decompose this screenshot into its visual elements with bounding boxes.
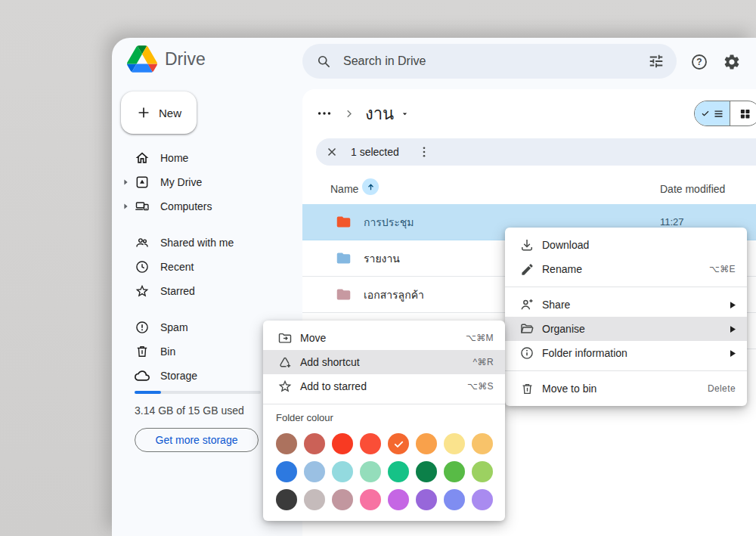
- storage-progress-bar: [135, 391, 261, 394]
- column-header-date-modified[interactable]: Date modified: [660, 183, 725, 195]
- colour-swatch[interactable]: [416, 461, 437, 482]
- breadcrumb-chevron-icon: [342, 107, 355, 120]
- svg-text:?: ?: [696, 57, 702, 67]
- file-name: การประชุม: [364, 214, 414, 231]
- spam-icon: [135, 320, 150, 335]
- sort-ascending-icon[interactable]: [362, 178, 379, 195]
- file-name: รายงาน: [364, 250, 400, 267]
- share-person-add-icon: [519, 296, 535, 313]
- menu-item-rename[interactable]: Rename ⌥⌘E: [505, 257, 747, 281]
- breadcrumb-more-icon[interactable]: [316, 105, 333, 122]
- colour-swatch[interactable]: [332, 433, 353, 454]
- sidebar-item-label: Shared with me: [160, 237, 234, 249]
- submenu-arrow-icon: [730, 326, 736, 333]
- colour-swatch[interactable]: [332, 461, 353, 482]
- colour-swatch[interactable]: [444, 461, 465, 482]
- sidebar-item-label: My Drive: [160, 176, 202, 188]
- colour-swatch[interactable]: [444, 433, 465, 454]
- computers-icon: [135, 199, 150, 214]
- folder-icon: [336, 287, 352, 302]
- menu-item-move[interactable]: Move ⌥⌘M: [263, 326, 505, 350]
- list-view-icon: [713, 108, 724, 119]
- grid-view-icon: [739, 108, 751, 119]
- colour-swatch[interactable]: [472, 461, 493, 482]
- colour-swatch[interactable]: [360, 461, 381, 482]
- download-icon: [519, 237, 535, 253]
- view-toggle: [694, 101, 756, 126]
- grid-view-button[interactable]: [730, 101, 756, 125]
- colour-swatch[interactable]: [276, 489, 297, 510]
- menu-item-label: Organise: [542, 323, 723, 335]
- colour-swatch[interactable]: [444, 489, 465, 510]
- sidebar-item-recent[interactable]: Recent: [112, 255, 302, 279]
- get-more-storage-button[interactable]: Get more storage: [135, 428, 259, 452]
- selection-toolbar: 1 selected: [316, 138, 756, 166]
- colour-swatch[interactable]: [416, 489, 437, 510]
- menu-divider: [505, 370, 747, 371]
- folder-icon: [336, 250, 352, 266]
- breadcrumb: งาน: [316, 97, 410, 130]
- rename-pencil-icon: [519, 261, 535, 277]
- colour-swatch[interactable]: [416, 433, 437, 454]
- menu-item-add-to-starred[interactable]: Add to starred ⌥⌘S: [263, 374, 505, 398]
- new-button[interactable]: New: [121, 91, 197, 134]
- colour-swatch[interactable]: [472, 489, 493, 510]
- menu-item-organise[interactable]: Organise: [505, 317, 747, 341]
- sidebar-item-label: Starred: [160, 285, 195, 297]
- column-header-name[interactable]: Name: [330, 183, 358, 195]
- drive-logo-area[interactable]: Drive: [127, 45, 206, 73]
- help-icon[interactable]: ?: [689, 52, 709, 72]
- search-input[interactable]: Search in Drive: [302, 44, 677, 79]
- menu-item-folder-information[interactable]: Folder information: [505, 341, 747, 365]
- settings-gear-icon[interactable]: [722, 52, 742, 72]
- sidebar-item-label: Recent: [160, 261, 194, 273]
- folder-dropdown-caret-icon: [400, 109, 410, 119]
- colour-swatch-selected[interactable]: [388, 433, 409, 454]
- sidebar-item-my-drive[interactable]: My Drive: [112, 170, 302, 194]
- colour-swatch[interactable]: [332, 489, 353, 510]
- colour-swatch[interactable]: [304, 433, 325, 454]
- colour-swatch[interactable]: [388, 461, 409, 482]
- sidebar-item-home[interactable]: Home: [112, 146, 302, 170]
- shortcut-hint: ⌥⌘S: [467, 381, 494, 392]
- colour-swatch[interactable]: [276, 433, 297, 454]
- search-icon[interactable]: [316, 54, 331, 69]
- shortcut-hint: Delete: [708, 383, 736, 394]
- sidebar-item-starred[interactable]: Starred: [112, 279, 302, 303]
- current-folder-title[interactable]: งาน: [365, 101, 410, 127]
- clear-selection-icon[interactable]: [325, 145, 339, 159]
- organise-submenu: Move ⌥⌘M Add shortcut ^⌘R Add to starred…: [263, 321, 505, 521]
- search-filters-icon[interactable]: [648, 53, 665, 70]
- expand-caret-icon[interactable]: [123, 203, 129, 209]
- folder-colour-label: Folder colour: [276, 412, 505, 423]
- expand-caret-icon[interactable]: [123, 179, 129, 185]
- sidebar-item-label: Bin: [160, 345, 175, 358]
- storage-cloud-icon: [135, 368, 150, 383]
- selection-more-actions-icon[interactable]: [417, 145, 431, 159]
- sidebar-item-shared-with-me[interactable]: Shared with me: [112, 231, 302, 255]
- colour-swatch[interactable]: [360, 489, 381, 510]
- menu-item-share[interactable]: Share: [505, 293, 747, 317]
- sidebar-item-computers[interactable]: Computers: [112, 194, 302, 218]
- colour-swatch[interactable]: [304, 489, 325, 510]
- colour-swatch[interactable]: [388, 489, 409, 510]
- context-menu: Download Rename ⌥⌘E Share Organise Folde…: [505, 228, 747, 406]
- organise-folder-icon: [519, 321, 535, 337]
- menu-item-label: Download: [542, 239, 736, 251]
- menu-divider: [263, 404, 505, 404]
- menu-item-label: Rename: [542, 263, 702, 275]
- file-date-modified: 11:27: [660, 216, 684, 228]
- menu-item-label: Folder information: [542, 347, 723, 359]
- check-icon: [701, 109, 710, 118]
- list-view-button[interactable]: [695, 101, 730, 125]
- colour-swatch[interactable]: [276, 461, 297, 482]
- menu-item-add-shortcut[interactable]: Add shortcut ^⌘R: [263, 350, 505, 374]
- menu-item-label: Add shortcut: [300, 356, 466, 368]
- colour-swatch[interactable]: [304, 461, 325, 482]
- bin-icon: [135, 344, 150, 359]
- menu-item-move-to-bin[interactable]: Move to bin Delete: [505, 376, 747, 401]
- colour-swatch[interactable]: [472, 433, 493, 454]
- colour-swatch[interactable]: [360, 433, 381, 454]
- menu-item-download[interactable]: Download: [505, 233, 747, 257]
- my-drive-icon: [135, 175, 150, 190]
